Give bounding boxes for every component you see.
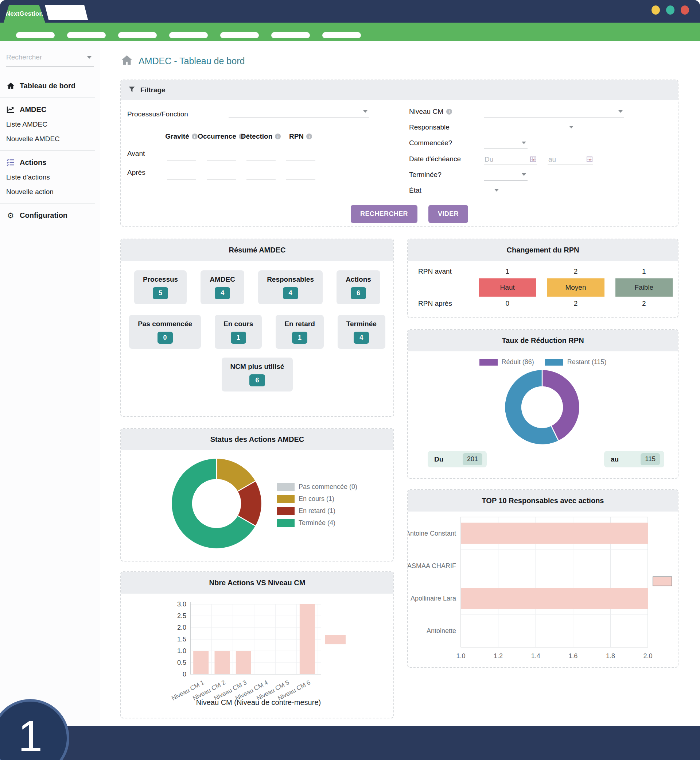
filter-label-niveau-cm: Niveau CMi bbox=[409, 108, 452, 116]
search-button[interactable]: RECHERCHER bbox=[351, 205, 417, 223]
app-window: NextGestion Tableau de bordAMDECListe AM… bbox=[0, 0, 700, 760]
search-input[interactable] bbox=[6, 53, 81, 61]
avant-occurrence-input[interactable] bbox=[207, 152, 236, 161]
sidebar-item-label: AMDEC bbox=[20, 105, 46, 114]
apr-s-occurrence-input[interactable] bbox=[207, 171, 236, 180]
chart-icon bbox=[6, 105, 15, 114]
svg-text:2.0: 2.0 bbox=[643, 652, 652, 660]
calendar-icon[interactable] bbox=[530, 157, 536, 162]
apr-s-gravit-input[interactable] bbox=[167, 171, 196, 180]
process-function-select[interactable] bbox=[228, 107, 369, 118]
footer-bar bbox=[0, 726, 700, 760]
svg-text:1.0: 1.0 bbox=[177, 647, 186, 655]
minimize-button[interactable] bbox=[652, 5, 660, 15]
nav-pill[interactable] bbox=[169, 32, 208, 38]
info-icon: i bbox=[275, 133, 281, 139]
sidebar-item-nouvelle-action[interactable]: Nouvelle action bbox=[0, 185, 95, 199]
actions-vs-niveau-bar-chart[interactable]: 00.51.01.52.02.53.0Niveau CM 1Niveau CM … bbox=[121, 572, 394, 718]
calendar-icon[interactable] bbox=[587, 157, 592, 162]
filter-panel-title: Filtrage bbox=[141, 86, 166, 94]
matrix-col-rpn: RPNi bbox=[281, 129, 320, 144]
main-nav bbox=[0, 23, 700, 41]
chevron-down-icon bbox=[363, 110, 367, 113]
avant-rpn-input[interactable] bbox=[286, 152, 316, 161]
matrix-row-avant: Avant bbox=[127, 144, 161, 163]
page-header: AMDEC - Tableau de bord bbox=[120, 54, 678, 68]
sidebar-item-label: Liste d'actions bbox=[6, 173, 50, 181]
chevron-down-icon[interactable] bbox=[87, 56, 92, 59]
window-controls bbox=[652, 5, 689, 15]
nav-pill[interactable] bbox=[118, 32, 157, 38]
svg-text:0.5: 0.5 bbox=[177, 659, 186, 666]
home-icon bbox=[120, 54, 133, 68]
maximize-button[interactable] bbox=[666, 5, 675, 15]
filter-label-text: Commencée? bbox=[409, 139, 452, 147]
avant-d-tection-input[interactable] bbox=[247, 152, 276, 161]
rpn-to-value: 115 bbox=[641, 453, 660, 465]
nav-pill[interactable] bbox=[220, 32, 259, 38]
sidebar-item-tableau-de-bord[interactable]: Tableau de bord bbox=[0, 78, 95, 93]
legend-item-en-retard-1: En retard (1) bbox=[277, 507, 357, 515]
filter-label-text: Date d'échéance bbox=[409, 155, 461, 163]
commenc-e-select[interactable] bbox=[484, 138, 528, 149]
sidebar-item-nouvelle-amdec[interactable]: Nouvelle AMDEC bbox=[0, 132, 95, 146]
svg-text:1.6: 1.6 bbox=[569, 652, 578, 660]
nav-pill[interactable] bbox=[16, 32, 55, 38]
process-function-label: Processus/Fonction bbox=[127, 110, 188, 118]
svg-text:2.5: 2.5 bbox=[177, 612, 186, 619]
niveau-cm-select[interactable] bbox=[484, 107, 624, 118]
rpn-before-value: 1 bbox=[616, 266, 673, 277]
date-from-input[interactable]: Du bbox=[484, 154, 537, 165]
apr-s-d-tection-input[interactable] bbox=[247, 171, 276, 180]
rpn-band-faible: Faible bbox=[616, 278, 673, 297]
app-body: Tableau de bordAMDECListe AMDECNouvelle … bbox=[0, 41, 700, 726]
sidebar-item-label: Nouvelle AMDEC bbox=[6, 135, 60, 143]
stat-box-amdec: AMDEC4 bbox=[200, 270, 244, 304]
nav-pill[interactable] bbox=[322, 32, 361, 38]
nav-pill[interactable] bbox=[67, 32, 106, 38]
rpn-from-value: 201 bbox=[462, 453, 482, 465]
svg-text:1.0: 1.0 bbox=[456, 652, 465, 660]
svg-text:1.8: 1.8 bbox=[606, 652, 615, 660]
svg-text:ASMAA CHARIF: ASMAA CHARIF bbox=[408, 562, 456, 570]
filter-icon bbox=[128, 86, 135, 94]
actions-vs-niveau-card: Nbre Actions VS Niveau CM 00.51.01.52.02… bbox=[120, 571, 394, 718]
legend-item-r-duit-86: Réduit (86) bbox=[480, 358, 534, 366]
sidebar-item-liste-amdec[interactable]: Liste AMDEC bbox=[0, 117, 95, 132]
matrix-cell bbox=[281, 144, 320, 163]
sidebar-item-amdec[interactable]: AMDEC bbox=[0, 102, 95, 117]
close-button[interactable] bbox=[681, 5, 689, 15]
filter-actions: RECHERCHER VIDER bbox=[351, 205, 468, 223]
brand-tab[interactable]: NextGestion bbox=[4, 5, 45, 23]
svg-text:Antoinette: Antoinette bbox=[427, 627, 456, 635]
stat-value: 4 bbox=[215, 287, 230, 299]
sidebar-item-configuration[interactable]: ⚙Configuration bbox=[0, 208, 95, 223]
top10-bar-chart[interactable]: 1.01.21.41.61.82.0Antoine ConstantASMAA … bbox=[408, 490, 678, 667]
avant-gravit-input[interactable] bbox=[167, 152, 196, 161]
sidebar: Tableau de bordAMDECListe AMDECNouvelle … bbox=[0, 41, 100, 726]
legend-swatch bbox=[277, 507, 295, 515]
nav-pill[interactable] bbox=[271, 32, 310, 38]
stat-label: Pas commencée bbox=[138, 320, 192, 328]
clear-button[interactable]: VIDER bbox=[428, 205, 468, 223]
sidebar-search bbox=[6, 53, 94, 67]
svg-text:3.0: 3.0 bbox=[177, 600, 186, 608]
legend-item-termin-e-4: Terminée (4) bbox=[277, 519, 357, 527]
sidebar-item-liste-d-actions[interactable]: Liste d'actions bbox=[0, 170, 95, 185]
browser-tab-ghost[interactable] bbox=[45, 5, 88, 20]
stat-box-termin-e: Terminée4 bbox=[338, 315, 385, 349]
rpn-after-value: 2 bbox=[616, 298, 673, 309]
legend-label: Terminée (4) bbox=[298, 519, 336, 527]
rpn-after-value: 0 bbox=[479, 298, 536, 309]
tat-select[interactable] bbox=[484, 185, 500, 196]
responsable-select[interactable] bbox=[484, 122, 575, 133]
filter-label-commenc-e: Commencée? bbox=[409, 139, 452, 147]
stat-box-en-cours: En cours1 bbox=[215, 315, 262, 349]
sidebar-menu: Tableau de bordAMDECListe AMDECNouvelle … bbox=[0, 74, 100, 227]
sidebar-group: Tableau de bord bbox=[0, 74, 95, 97]
sidebar-item-actions[interactable]: Actions bbox=[0, 155, 95, 170]
apr-s-rpn-input[interactable] bbox=[286, 171, 316, 180]
date-to-input[interactable]: au bbox=[548, 154, 593, 165]
action-status-legend: Pas commencée (0)En cours (1)En retard (… bbox=[277, 483, 357, 527]
termin-e-select[interactable] bbox=[484, 170, 528, 180]
